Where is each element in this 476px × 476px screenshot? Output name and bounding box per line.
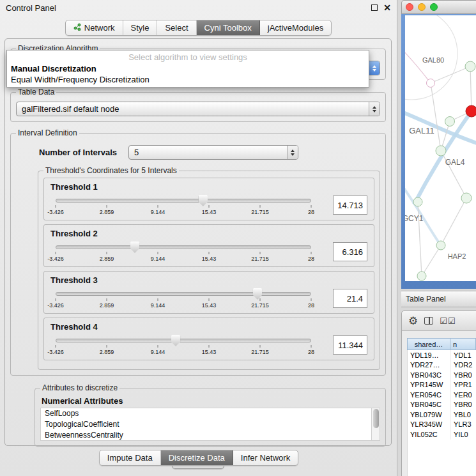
- tab-jactivemodules[interactable]: jActiveModules: [260, 20, 331, 35]
- number-of-intervals-label: Number of Intervals: [39, 148, 117, 157]
- slider-scale-label: 2.859: [100, 302, 114, 309]
- threshold-value-field[interactable]: 14.713: [333, 196, 367, 215]
- columns-icon[interactable]: [424, 317, 433, 325]
- threshold-value-field[interactable]: 21.4: [333, 289, 367, 308]
- table-row[interactable]: YDR27… YDR2: [408, 360, 476, 371]
- number-of-intervals-combobox[interactable]: 5: [128, 145, 298, 160]
- tab-label: Infer Network: [241, 453, 290, 463]
- list-item[interactable]: TopologicalCoefficient: [41, 419, 380, 430]
- tab-infer-network[interactable]: Infer Network: [233, 450, 298, 465]
- close-icon[interactable]: ✕: [383, 3, 391, 12]
- threshold-value-field[interactable]: 11.344: [333, 335, 367, 355]
- table-cell[interactable]: YDL1: [451, 350, 476, 360]
- slider-track[interactable]: [56, 245, 311, 249]
- slider-thumb[interactable]: [171, 335, 181, 346]
- table-cell[interactable]: YDL19…: [408, 350, 451, 360]
- combobox-stepper-icon[interactable]: [369, 102, 380, 116]
- slider-thumb[interactable]: [130, 242, 140, 253]
- list-item[interactable]: BetweennessCentrality: [41, 430, 380, 441]
- numerical-attributes-list[interactable]: SelfLoops TopologicalCoefficient Between…: [40, 408, 380, 441]
- threshold-slider[interactable]: -3.426 2.859 9.144 15.43 21.715 28: [56, 193, 311, 217]
- table-cell[interactable]: YLR345W: [408, 420, 451, 430]
- dropdown-placeholder: Select algorithm to view settings: [7, 52, 369, 63]
- table-cell[interactable]: YDR2: [451, 360, 476, 371]
- table-cell[interactable]: YPR1: [451, 380, 476, 390]
- threshold-slider[interactable]: -3.426 2.859 9.144 15.43 21.715 28: [56, 240, 311, 264]
- table-data-group: Table Data galFiltered.sif default node: [10, 88, 386, 122]
- tab-network[interactable]: Network: [66, 20, 123, 35]
- slider-thumb[interactable]: [198, 195, 208, 206]
- group-title: Threshold's Coordinates for 5 Intervals: [43, 166, 179, 175]
- table-cell[interactable]: YBR045C: [408, 400, 451, 410]
- table-cell[interactable]: YBL0: [451, 410, 476, 420]
- table-row[interactable]: YLR345W YLR3: [408, 420, 476, 430]
- slider-tick: [56, 345, 56, 348]
- threshold-value-field[interactable]: 6.316: [333, 242, 367, 261]
- network-node[interactable]: [465, 61, 476, 72]
- mac-zoom-button[interactable]: [430, 3, 438, 11]
- dropdown-option[interactable]: Equal Width/Frequency Discretization: [7, 74, 369, 85]
- slider-tick: [311, 252, 312, 254]
- column-header[interactable]: n: [450, 338, 476, 350]
- gear-icon[interactable]: ⚙: [408, 316, 418, 326]
- threshold-slider[interactable]: -3.426 2.859 9.144 15.43 21.715 28: [56, 333, 311, 357]
- table-row[interactable]: YBR045C YBR0: [408, 400, 476, 410]
- network-node[interactable]: [436, 146, 447, 157]
- column-header[interactable]: shared…: [407, 338, 450, 350]
- table-data-combobox[interactable]: galFiltered.sif default node: [16, 102, 380, 116]
- combobox-stepper-icon[interactable]: [287, 146, 298, 159]
- table-cell[interactable]: YBR0: [451, 370, 476, 380]
- slider-tick: [107, 252, 107, 254]
- network-window-titlebar[interactable]: [401, 0, 476, 14]
- scrollbar[interactable]: [371, 408, 380, 440]
- network-node[interactable]: [461, 193, 472, 204]
- network-node[interactable]: [426, 79, 435, 88]
- network-node[interactable]: [417, 272, 427, 281]
- top-tabstrip: Network Style Select Cyni Toolbox jActiv…: [65, 20, 332, 36]
- slider-thumb[interactable]: [253, 288, 263, 300]
- table-cell[interactable]: YIL052C: [408, 429, 451, 440]
- table-cell[interactable]: YIL0: [451, 429, 476, 440]
- network-node[interactable]: [436, 241, 446, 250]
- scrollbar-thumb[interactable]: [373, 409, 379, 428]
- tab-discretize-data[interactable]: Discretize Data: [161, 450, 233, 465]
- table-cell[interactable]: YDR27…: [408, 360, 451, 371]
- dropdown-option[interactable]: Manual Discretization: [7, 63, 369, 74]
- slider-track[interactable]: [56, 199, 311, 203]
- tab-style[interactable]: Style: [123, 20, 158, 35]
- table-row[interactable]: YBL079W YBL0: [408, 410, 476, 420]
- slider-scale-label: 28: [308, 256, 314, 262]
- select-columns-icon[interactable]: ☑☑: [440, 317, 456, 325]
- table-row[interactable]: YPR145W YPR1: [408, 380, 476, 390]
- network-node[interactable]: [445, 116, 455, 127]
- list-item[interactable]: SelfLoops: [41, 408, 380, 419]
- slider-track[interactable]: [56, 292, 311, 296]
- network-node-selected[interactable]: [466, 105, 476, 118]
- combobox-stepper-icon[interactable]: [369, 61, 380, 75]
- slider-scale-label: 21.715: [251, 302, 269, 309]
- table-cell[interactable]: YBR043C: [408, 370, 451, 380]
- table-cell[interactable]: YPR145W: [408, 380, 451, 390]
- table-row[interactable]: YDL19… YDL1: [408, 350, 476, 360]
- slider-tick: [209, 298, 210, 301]
- slider-scale-label: 28: [308, 209, 314, 215]
- threshold-label: Threshold 1: [50, 182, 367, 192]
- mac-close-button[interactable]: [406, 3, 413, 11]
- network-canvas[interactable]: GAL80 GAL11 GAL4 GCY1 HAP2: [405, 15, 476, 281]
- table-row[interactable]: YIL052C YIL0: [408, 429, 476, 440]
- table-cell[interactable]: YBR0: [451, 400, 476, 410]
- mac-minimize-button[interactable]: [418, 3, 426, 11]
- tab-impute-data[interactable]: Impute Data: [100, 450, 161, 465]
- tab-select[interactable]: Select: [157, 20, 196, 35]
- table-cell[interactable]: YLR3: [451, 420, 476, 430]
- table-cell[interactable]: YBL079W: [408, 410, 451, 420]
- float-window-icon[interactable]: [371, 4, 378, 11]
- table-cell[interactable]: YER054C: [408, 390, 451, 400]
- table-row[interactable]: YBR043C YBR0: [408, 370, 476, 380]
- tab-cyni-toolbox[interactable]: Cyni Toolbox: [197, 20, 260, 35]
- network-node[interactable]: [413, 197, 423, 207]
- table-row[interactable]: YER054C YER0: [408, 390, 476, 400]
- slider-track[interactable]: [56, 339, 311, 342]
- threshold-slider[interactable]: -3.426 2.859 9.144 15.43 21.715 28: [56, 286, 311, 311]
- table-cell[interactable]: YER0: [451, 390, 476, 400]
